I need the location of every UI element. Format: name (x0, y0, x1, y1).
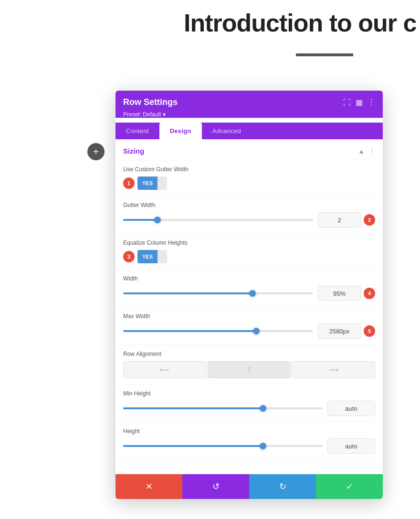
slider-input-width[interactable] (318, 286, 361, 301)
slider-track-max-width[interactable] (123, 330, 313, 332)
row-settings-modal: Row Settings ⛶ ▦ ⋮ Preset: Default ▾ Con… (116, 91, 383, 499)
slider-fill-gutter (123, 219, 158, 221)
field-gutter-width: Gutter Width 2 (116, 196, 383, 234)
modal-tabs: Content Design Advanced (116, 123, 383, 139)
toggle-row-equalize: 3 YES (123, 250, 375, 263)
tab-advanced[interactable]: Advanced (202, 123, 252, 139)
slider-thumb-max-width[interactable] (253, 328, 260, 334)
modal-header-icons: ⛶ ▦ ⋮ (343, 98, 375, 107)
modal-header-top: Row Settings ⛶ ▦ ⋮ (123, 97, 375, 107)
label-gutter-width: Gutter Width (123, 202, 375, 208)
field-row-alignment: Row Alignment ⟵ ⋮ ⟶ (116, 345, 383, 384)
label-width: Width (123, 275, 375, 282)
slider-row-gutter: 2 (123, 212, 375, 228)
alignment-buttons: ⟵ ⋮ ⟶ (123, 361, 375, 378)
sizing-title: Sizing (123, 147, 144, 155)
slider-input-gutter[interactable] (318, 212, 361, 228)
bottom-spacer (116, 460, 383, 474)
modal-body: Sizing ▲ ⋮ Use Custom Gutter Width 1 YES… (116, 139, 383, 474)
slider-row-min-height (123, 401, 375, 416)
section-header-icons: ▲ ⋮ (358, 147, 375, 155)
page-title: Introduction to our c (184, 0, 420, 37)
action-bar: ✕ ↺ ↻ ✓ (116, 474, 383, 499)
slider-value-wrap-min-height (327, 401, 375, 416)
field-width: Width 4 (116, 270, 383, 307)
slider-fill-max-width (123, 330, 256, 332)
modal-title: Row Settings (123, 97, 178, 107)
slider-row-height (123, 438, 375, 454)
field-equalize-heights: Equalize Column Heights 3 YES (116, 234, 383, 270)
label-min-height: Min Height (123, 390, 375, 397)
expand-icon[interactable]: ⛶ (343, 98, 351, 107)
slider-track-min-height[interactable] (123, 407, 323, 409)
toggle-custom-gutter[interactable]: YES (137, 176, 167, 190)
slider-value-wrap-gutter: 2 (318, 212, 375, 228)
slider-value-wrap-height (327, 438, 375, 454)
label-custom-gutter-width: Use Custom Gutter Width (123, 166, 375, 173)
slider-thumb-height[interactable] (260, 443, 266, 449)
slider-fill-height (123, 445, 263, 447)
toggle-no[interactable] (158, 176, 167, 190)
collapse-icon[interactable]: ▲ (358, 147, 365, 155)
field-min-height: Min Height (116, 384, 383, 422)
page-divider (296, 53, 353, 56)
slider-fill-width (123, 292, 252, 294)
toggle-equalize-no[interactable] (158, 250, 167, 263)
slider-thumb-min-height[interactable] (260, 405, 266, 412)
undo-button[interactable]: ↺ (182, 474, 249, 499)
section-more-icon[interactable]: ⋮ (368, 147, 375, 155)
align-center-btn[interactable]: ⋮ (208, 361, 291, 378)
toggle-row-custom-gutter: 1 YES (123, 176, 375, 190)
label-row-alignment: Row Alignment (123, 351, 375, 357)
slider-thumb-gutter[interactable] (154, 217, 161, 223)
redo-button[interactable]: ↻ (249, 474, 316, 499)
toggle-equalize-yes[interactable]: YES (137, 250, 158, 263)
columns-icon[interactable]: ▦ (356, 98, 363, 107)
more-icon[interactable]: ⋮ (368, 98, 375, 107)
tab-content[interactable]: Content (116, 123, 159, 139)
tab-design[interactable]: Design (159, 123, 202, 139)
field-custom-gutter-width: Use Custom Gutter Width 1 YES (116, 160, 383, 196)
align-right-btn[interactable]: ⟶ (292, 361, 375, 378)
slider-track-width[interactable] (123, 292, 313, 294)
label-max-width: Max Width (123, 313, 375, 320)
slider-track-height[interactable] (123, 445, 323, 447)
badge-5: 5 (364, 325, 375, 337)
slider-value-wrap-width: 4 (318, 286, 375, 301)
modal-header: Row Settings ⛶ ▦ ⋮ Preset: Default ▾ (116, 91, 383, 118)
save-button[interactable]: ✓ (316, 474, 383, 499)
sizing-section-header: Sizing ▲ ⋮ (116, 139, 383, 160)
badge-4: 4 (364, 288, 375, 299)
field-max-width: Max Width 5 (116, 307, 383, 345)
slider-value-wrap-max-width: 5 (318, 323, 375, 339)
add-button[interactable]: + (87, 143, 105, 160)
slider-thumb-width[interactable] (249, 290, 256, 297)
slider-track-gutter[interactable] (123, 219, 313, 221)
slider-row-width: 4 (123, 286, 375, 301)
slider-fill-min-height (123, 407, 263, 409)
slider-row-max-width: 5 (123, 323, 375, 339)
slider-input-height[interactable] (327, 438, 375, 454)
slider-input-min-height[interactable] (327, 401, 375, 416)
modal-preset[interactable]: Preset: Default ▾ (123, 111, 375, 118)
cancel-button[interactable]: ✕ (116, 474, 182, 499)
badge-2: 2 (364, 214, 375, 226)
align-left-btn[interactable]: ⟵ (123, 361, 207, 378)
label-height: Height (123, 428, 375, 435)
toggle-equalize[interactable]: YES (137, 250, 167, 263)
toggle-yes[interactable]: YES (137, 176, 158, 190)
slider-input-max-width[interactable] (318, 323, 361, 339)
field-height: Height (116, 422, 383, 460)
label-equalize-heights: Equalize Column Heights (123, 239, 375, 246)
badge-1: 1 (123, 177, 135, 189)
badge-3: 3 (123, 251, 135, 262)
